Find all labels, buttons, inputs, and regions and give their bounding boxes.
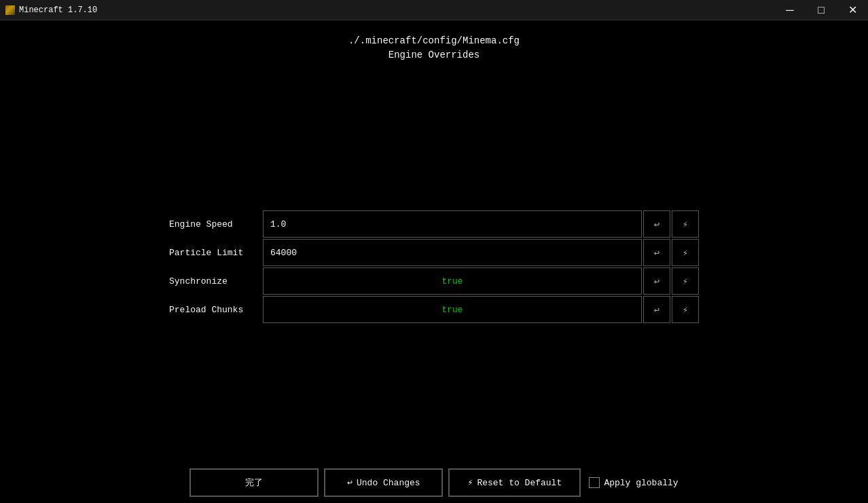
engine-speed-row: Engine Speed ↩ ⚡ [169, 210, 699, 238]
minecraft-icon [5, 5, 15, 15]
synchronize-undo-btn[interactable]: ↩ [643, 267, 670, 295]
reset-icon: ⚡ [468, 477, 473, 488]
maximize-button[interactable]: □ [806, 0, 837, 20]
page-header: ./.minecraft/config/Minema.cfg Engine Ov… [348, 34, 520, 62]
main-content: ./.minecraft/config/Minema.cfg Engine Ov… [0, 20, 868, 503]
synchronize-label: Synchronize [169, 276, 257, 286]
done-label: 完了 [245, 477, 263, 489]
synchronize-input-wrapper: true [263, 267, 642, 295]
title-bar-controls: ─ □ ✕ [774, 0, 868, 20]
engine-speed-undo-btn[interactable]: ↩ [643, 210, 670, 238]
title-bar-left: Minecraft 1.7.10 [0, 5, 97, 15]
particle-limit-undo-btn[interactable]: ↩ [643, 239, 670, 266]
config-path: ./.minecraft/config/Minema.cfg [348, 34, 520, 48]
particle-limit-input[interactable] [263, 239, 642, 266]
particle-limit-reset-btn[interactable]: ⚡ [672, 239, 699, 266]
preload-chunks-toggle[interactable]: true [263, 296, 642, 323]
engine-speed-reset-btn[interactable]: ⚡ [672, 210, 699, 238]
synchronize-row: Synchronize true ↩ ⚡ [169, 267, 699, 295]
preload-chunks-input-wrapper: true [263, 296, 642, 323]
apply-globally-container: Apply globally [589, 477, 678, 488]
engine-speed-input-wrapper [263, 210, 642, 238]
minimize-button[interactable]: ─ [774, 0, 806, 20]
particle-limit-input-wrapper [263, 239, 642, 266]
bottom-bar: 完了 ↩ Undo Changes ⚡ Reset to Default App… [0, 462, 868, 503]
title-bar: Minecraft 1.7.10 ─ □ ✕ [0, 0, 868, 20]
preload-chunks-undo-btn[interactable]: ↩ [643, 296, 670, 323]
reset-default-button[interactable]: ⚡ Reset to Default [448, 468, 581, 497]
undo-label: Undo Changes [357, 478, 420, 488]
close-button[interactable]: ✕ [837, 0, 868, 20]
synchronize-toggle[interactable]: true [263, 267, 642, 295]
undo-changes-button[interactable]: ↩ Undo Changes [324, 468, 443, 497]
particle-limit-label: Particle Limit [169, 248, 257, 258]
config-area: Engine Speed ↩ ⚡ Particle Limit ↩ ⚡ Sync… [0, 210, 868, 324]
reset-label: Reset to Default [477, 478, 562, 488]
engine-speed-input[interactable] [263, 210, 642, 238]
engine-speed-label: Engine Speed [169, 219, 257, 229]
preload-chunks-label: Preload Chunks [169, 305, 257, 315]
apply-globally-checkbox[interactable] [589, 477, 600, 488]
undo-icon: ↩ [347, 477, 352, 488]
preload-chunks-reset-btn[interactable]: ⚡ [672, 296, 699, 323]
synchronize-reset-btn[interactable]: ⚡ [672, 267, 699, 295]
particle-limit-row: Particle Limit ↩ ⚡ [169, 239, 699, 266]
preload-chunks-row: Preload Chunks true ↩ ⚡ [169, 296, 699, 323]
title-bar-title: Minecraft 1.7.10 [19, 5, 97, 15]
config-section: Engine Overrides [348, 48, 520, 62]
apply-globally-label: Apply globally [604, 478, 678, 488]
done-button[interactable]: 完了 [189, 468, 319, 497]
